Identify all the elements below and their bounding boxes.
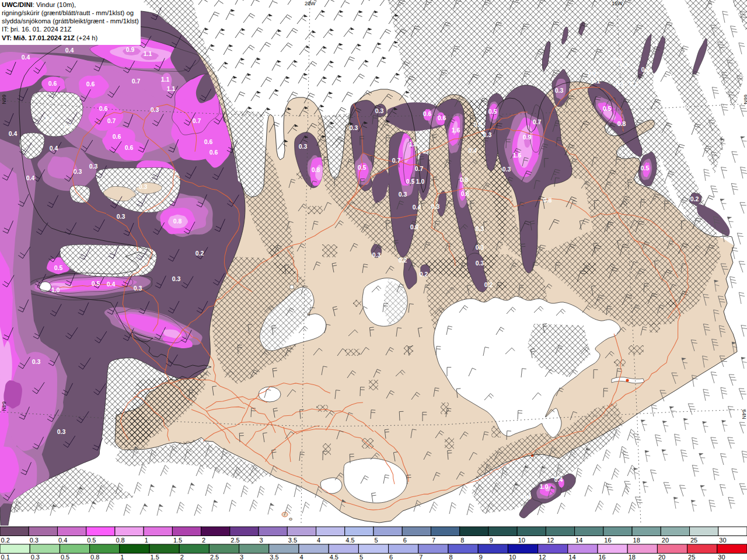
svg-text:1.5: 1.5 bbox=[173, 537, 182, 544]
svg-text:0.5: 0.5 bbox=[406, 178, 415, 185]
svg-text:20: 20 bbox=[662, 537, 669, 544]
svg-text:0.3: 0.3 bbox=[399, 191, 407, 198]
svg-text:0.2: 0.2 bbox=[196, 250, 204, 257]
svg-text:0.3: 0.3 bbox=[151, 106, 159, 113]
svg-text:0.2: 0.2 bbox=[420, 271, 428, 278]
svg-text:0.8: 0.8 bbox=[90, 554, 99, 560]
svg-text:0.8: 0.8 bbox=[173, 218, 182, 225]
svg-text:15W: 15W bbox=[612, 1, 623, 6]
svg-text:0.4: 0.4 bbox=[107, 281, 116, 288]
svg-text:0.3: 0.3 bbox=[139, 183, 148, 190]
svg-text:0.2: 0.2 bbox=[641, 66, 650, 73]
svg-text:25: 25 bbox=[688, 554, 695, 560]
svg-text:0.3: 0.3 bbox=[476, 225, 484, 232]
svg-text:0.5: 0.5 bbox=[641, 164, 650, 172]
svg-text:0.1: 0.1 bbox=[592, 78, 601, 85]
svg-text:12: 12 bbox=[539, 554, 546, 560]
svg-text:0.3: 0.3 bbox=[613, 54, 622, 61]
svg-text:1: 1 bbox=[145, 537, 148, 544]
svg-text:0.3: 0.3 bbox=[299, 143, 308, 150]
svg-text:0.6: 0.6 bbox=[48, 80, 57, 87]
svg-text:1.6: 1.6 bbox=[452, 127, 460, 134]
svg-text:rigning/skúrir (grænt/blátt/ra: rigning/skúrir (grænt/blátt/rautt - mm/1… bbox=[2, 9, 134, 16]
svg-text:0.7: 0.7 bbox=[107, 117, 116, 124]
svg-text:20: 20 bbox=[658, 554, 665, 560]
svg-text:0.7: 0.7 bbox=[392, 157, 401, 164]
svg-text:1.0: 1.0 bbox=[540, 483, 549, 490]
svg-text:3.5: 3.5 bbox=[270, 554, 278, 560]
svg-text:0.8: 0.8 bbox=[116, 537, 124, 544]
svg-text:25: 25 bbox=[690, 537, 697, 544]
svg-text:0.7: 0.7 bbox=[415, 165, 424, 172]
svg-text:7: 7 bbox=[419, 554, 423, 560]
svg-text:0.6: 0.6 bbox=[99, 105, 108, 112]
svg-text:0.5: 0.5 bbox=[92, 280, 100, 287]
svg-text:1: 1 bbox=[120, 554, 124, 560]
svg-text:0.5: 0.5 bbox=[61, 554, 69, 560]
svg-text:0.5: 0.5 bbox=[488, 108, 497, 115]
svg-text:10: 10 bbox=[518, 537, 525, 544]
svg-text:5: 5 bbox=[375, 537, 378, 544]
svg-text:30: 30 bbox=[718, 554, 725, 560]
svg-text:0.3: 0.3 bbox=[89, 163, 98, 170]
svg-text:0.3: 0.3 bbox=[134, 285, 142, 292]
svg-text:0.1: 0.1 bbox=[1, 554, 10, 560]
svg-text:0.3: 0.3 bbox=[630, 80, 638, 88]
svg-text:1.5: 1.5 bbox=[151, 554, 159, 560]
svg-text:0.4: 0.4 bbox=[64, 123, 73, 130]
svg-text:14: 14 bbox=[575, 537, 582, 544]
svg-text:0.5: 0.5 bbox=[54, 264, 63, 271]
svg-text:0.5: 0.5 bbox=[603, 105, 612, 112]
svg-text:0.2: 0.2 bbox=[399, 257, 407, 264]
svg-text:0.4: 0.4 bbox=[58, 537, 67, 544]
svg-text:5: 5 bbox=[359, 554, 363, 560]
svg-text:2.5: 2.5 bbox=[210, 554, 219, 560]
svg-text:1.1: 1.1 bbox=[144, 50, 152, 57]
svg-text:1.1: 1.1 bbox=[161, 76, 170, 83]
svg-text:0.3: 0.3 bbox=[372, 251, 381, 258]
svg-text:0.3: 0.3 bbox=[57, 428, 66, 435]
svg-text:0.3: 0.3 bbox=[616, 80, 624, 88]
svg-text:0.3: 0.3 bbox=[502, 166, 511, 173]
svg-text:0.2: 0.2 bbox=[690, 195, 699, 202]
svg-text:0.3: 0.3 bbox=[350, 124, 358, 131]
svg-text:0.4: 0.4 bbox=[22, 54, 30, 61]
svg-text:2: 2 bbox=[202, 537, 205, 544]
svg-text:0.3: 0.3 bbox=[30, 537, 39, 544]
svg-text:0.7: 0.7 bbox=[132, 78, 141, 85]
svg-text:0.6: 0.6 bbox=[113, 133, 121, 140]
svg-text:3.5: 3.5 bbox=[288, 537, 297, 544]
svg-text:9: 9 bbox=[479, 554, 483, 560]
svg-text:66N: 66N bbox=[1, 94, 7, 104]
svg-text:0.3: 0.3 bbox=[431, 203, 440, 210]
svg-text:0.2: 0.2 bbox=[592, 325, 601, 332]
svg-text:0.2: 0.2 bbox=[1, 537, 10, 544]
svg-text:12: 12 bbox=[547, 537, 554, 544]
svg-text:0.4: 0.4 bbox=[26, 174, 35, 181]
svg-text:UWC/DINI: Vindur (10m),: UWC/DINI: Vindur (10m), bbox=[2, 1, 76, 8]
svg-text:30: 30 bbox=[719, 537, 726, 544]
svg-text:VT: Mið. 17.01.2024 21Z (+24 h: VT: Mið. 17.01.2024 21Z (+24 h) bbox=[2, 34, 97, 41]
svg-text:0.5: 0.5 bbox=[358, 164, 366, 171]
svg-text:1.8: 1.8 bbox=[409, 141, 418, 148]
svg-text:0.6: 0.6 bbox=[86, 80, 95, 88]
svg-text:0.4: 0.4 bbox=[469, 147, 477, 154]
svg-text:1.6: 1.6 bbox=[513, 152, 522, 159]
svg-text:0.4: 0.4 bbox=[50, 145, 58, 152]
svg-text:0.8: 0.8 bbox=[543, 197, 552, 204]
svg-text:7: 7 bbox=[432, 537, 435, 544]
svg-text:0.8: 0.8 bbox=[617, 120, 626, 127]
svg-text:16: 16 bbox=[604, 537, 611, 544]
svg-text:0.4: 0.4 bbox=[554, 476, 563, 483]
svg-text:3: 3 bbox=[240, 554, 243, 560]
svg-text:0.3: 0.3 bbox=[474, 121, 483, 128]
svg-text:0.4: 0.4 bbox=[413, 204, 421, 211]
svg-text:66N: 66N bbox=[743, 94, 747, 104]
svg-text:0.7: 0.7 bbox=[193, 117, 201, 124]
svg-text:0.2: 0.2 bbox=[484, 281, 493, 288]
svg-text:3: 3 bbox=[260, 537, 263, 544]
svg-text:2: 2 bbox=[180, 554, 184, 560]
svg-text:0.7: 0.7 bbox=[533, 118, 542, 125]
svg-text:1.0: 1.0 bbox=[51, 286, 60, 293]
svg-text:0.6: 0.6 bbox=[125, 144, 134, 151]
